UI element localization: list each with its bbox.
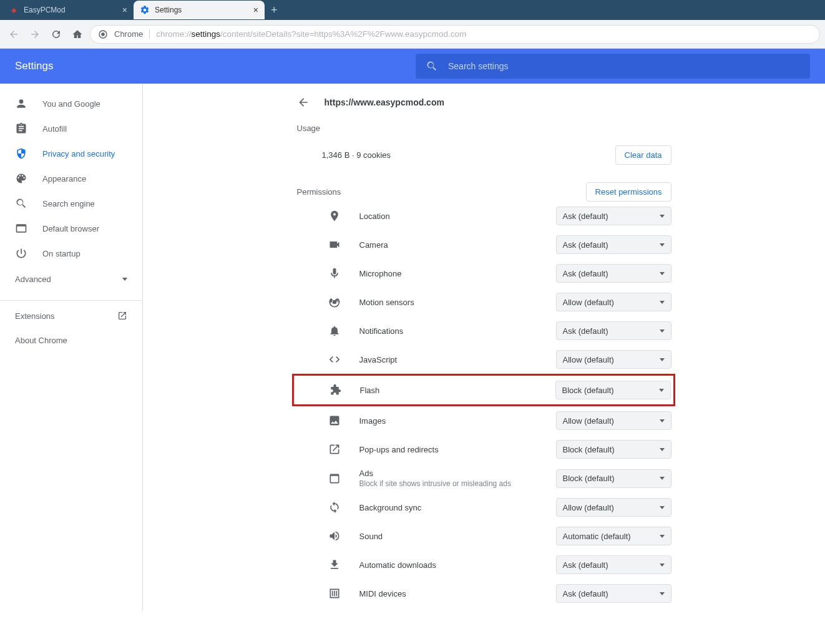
browser-icon (15, 222, 27, 235)
sidebar-item-label: About Chrome (15, 336, 67, 345)
sidebar-item-appearance[interactable]: Appearance (0, 166, 142, 191)
images-icon (297, 414, 359, 427)
permission-select[interactable]: Block (default) (556, 469, 671, 488)
permission-row-images: ImagesAllow (default) (297, 406, 671, 435)
permission-row-notifications: NotificationsAsk (default) (297, 316, 671, 345)
sidebar-item-label: Advanced (15, 275, 51, 284)
permission-select[interactable]: Ask (default) (556, 584, 671, 603)
clear-data-button[interactable]: Clear data (615, 145, 671, 165)
sidebar: You and Google Autofill Privacy and secu… (0, 84, 142, 610)
site-favicon: ◆ (9, 5, 19, 15)
clipboard-icon (15, 122, 27, 135)
chevron-down-icon (660, 243, 665, 246)
sidebar-advanced[interactable]: Advanced (0, 266, 142, 293)
site-info-icon[interactable] (98, 29, 108, 39)
permission-label: Sound (359, 532, 556, 541)
sidebar-item-you-and-google[interactable]: You and Google (0, 91, 142, 116)
browser-toolbar: Chrome chrome://settings/content/siteDet… (0, 20, 825, 49)
sidebar-item-extensions[interactable]: Extensions (0, 303, 142, 328)
permission-row-flash: FlashBlock (default) (292, 374, 675, 406)
tab-settings[interactable]: Settings × (134, 1, 265, 19)
chevron-down-icon (122, 278, 127, 281)
tab-title: Settings (155, 6, 182, 14)
page-title: Settings (15, 60, 53, 72)
permission-select[interactable]: Allow (default) (556, 350, 671, 369)
sidebar-item-default-browser[interactable]: Default browser (0, 216, 142, 241)
permission-select[interactable]: Allow (default) (556, 411, 671, 430)
chevron-down-icon (659, 389, 664, 392)
search-input[interactable] (448, 61, 800, 71)
permission-label: Notifications (359, 326, 556, 336)
midi-devices-icon (297, 587, 359, 600)
permission-select[interactable]: Allow (default) (556, 293, 671, 311)
chevron-down-icon (660, 215, 665, 218)
chevron-down-icon (660, 329, 665, 333)
permission-select[interactable]: Block (default) (556, 440, 671, 459)
permission-select[interactable]: Allow (default) (556, 498, 671, 517)
close-icon[interactable]: × (253, 5, 258, 15)
javascript-icon (297, 353, 359, 366)
sound-icon (297, 530, 359, 542)
usage-text: 1,346 B · 9 cookies (297, 150, 391, 160)
power-icon (15, 247, 27, 260)
microphone-icon (297, 267, 359, 280)
sidebar-item-label: You and Google (42, 99, 100, 109)
new-tab-button[interactable]: + (265, 4, 284, 17)
back-button[interactable] (5, 26, 22, 43)
chevron-down-icon (660, 592, 665, 595)
motion-sensors-icon (297, 296, 359, 308)
chevron-down-icon (660, 272, 665, 275)
sidebar-item-label: Appearance (42, 174, 86, 183)
tab-easypcmod[interactable]: ◆ EasyPCMod × (2, 1, 134, 19)
close-icon[interactable]: × (122, 5, 127, 15)
permission-select[interactable]: Ask (default) (556, 207, 671, 225)
search-settings-box[interactable] (416, 54, 810, 79)
reset-permissions-button[interactable]: Reset permissions (586, 182, 671, 202)
permissions-list: LocationAsk (default)CameraAsk (default)… (297, 202, 671, 608)
sidebar-item-label: Extensions (15, 311, 55, 321)
location-icon (297, 210, 359, 222)
browser-tab-strip: ◆ EasyPCMod × Settings × + (0, 0, 825, 20)
sidebar-item-privacy[interactable]: Privacy and security (0, 141, 142, 166)
shield-icon (15, 147, 27, 160)
sidebar-item-label: Default browser (42, 224, 99, 233)
home-button[interactable] (69, 26, 86, 43)
permission-row-ads: AdsBlock if site shows intrusive or misl… (297, 464, 671, 493)
permission-select[interactable]: Automatic (default) (556, 527, 671, 545)
permission-label: Pop-ups and redirects (359, 445, 556, 454)
permission-row-background-sync: Background syncAllow (default) (297, 493, 671, 522)
permission-select[interactable]: Ask (default) (556, 235, 671, 254)
sidebar-item-label: Privacy and security (42, 149, 115, 159)
sidebar-item-label: Autofill (42, 124, 67, 134)
sidebar-item-autofill[interactable]: Autofill (0, 116, 142, 141)
permission-row-javascript: JavaScriptAllow (default) (297, 345, 671, 374)
chevron-down-icon (660, 448, 665, 451)
palette-icon (15, 172, 27, 185)
permission-row-camera: CameraAsk (default) (297, 230, 671, 259)
back-arrow-icon[interactable] (297, 96, 310, 109)
permission-select[interactable]: Ask (default) (556, 321, 671, 340)
reload-button[interactable] (47, 26, 65, 43)
ads-icon (297, 472, 359, 485)
permission-label: AdsBlock if site shows intrusive or misl… (359, 469, 556, 488)
forward-button[interactable] (26, 26, 44, 43)
permission-label: JavaScript (359, 355, 556, 364)
permission-row-pop-ups-and-redirects: Pop-ups and redirectsBlock (default) (297, 435, 671, 464)
permission-label: Flash (360, 386, 555, 395)
permission-row-microphone: MicrophoneAsk (default) (297, 259, 671, 288)
chevron-down-icon (660, 419, 665, 422)
sidebar-item-about[interactable]: About Chrome (0, 328, 142, 353)
permission-select[interactable]: Block (default) (555, 381, 671, 399)
chevron-down-icon (660, 535, 665, 538)
sidebar-item-on-startup[interactable]: On startup (0, 241, 142, 266)
automatic-downloads-icon (297, 559, 359, 571)
usage-label: Usage (297, 124, 671, 133)
search-icon (426, 60, 438, 72)
camera-icon (297, 238, 359, 251)
address-bar[interactable]: Chrome chrome://settings/content/siteDet… (90, 25, 820, 44)
permission-label: MIDI devices (359, 589, 556, 598)
sidebar-item-search-engine[interactable]: Search engine (0, 191, 142, 216)
permission-select[interactable]: Ask (default) (556, 555, 671, 574)
permission-label: Microphone (359, 269, 556, 278)
permission-select[interactable]: Ask (default) (556, 264, 671, 283)
